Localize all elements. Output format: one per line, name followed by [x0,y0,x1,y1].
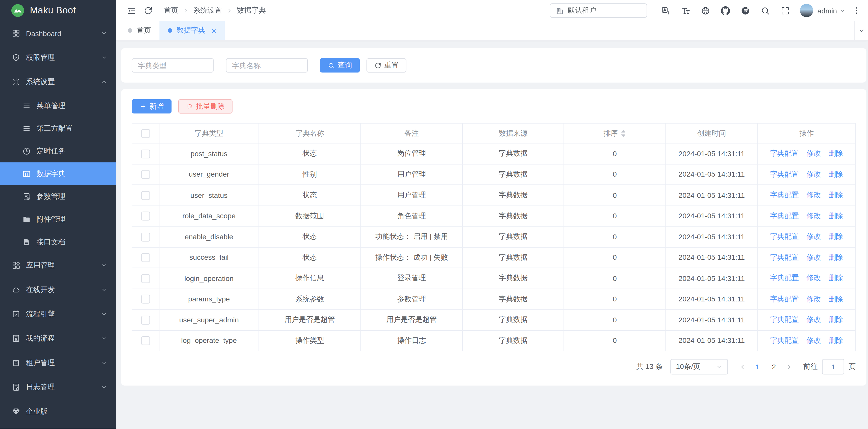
reset-button[interactable]: 重置 [367,58,406,73]
dict-config-link[interactable]: 字典配置 [770,170,799,178]
column-header: 字典类型 [159,123,259,143]
delete-link[interactable]: 删除 [829,232,843,240]
sidebar-item-system[interactable]: 系统设置 [0,70,116,94]
next-page-button[interactable] [782,359,796,374]
breadcrumb: 首页系统设置数据字典 [164,5,266,16]
close-icon[interactable]: × [212,26,216,35]
row-checkbox[interactable] [141,336,150,345]
sidebar-item-online-dev[interactable]: 在线开发 [0,278,116,302]
dict-type-input[interactable] [132,58,214,73]
chevron-down-icon [101,30,107,36]
row-checkbox[interactable] [141,149,150,158]
language-globe-button[interactable] [695,0,715,21]
page-size-select[interactable]: 10条/页 [670,359,728,374]
sidebar-item-permission[interactable]: 权限管理 [0,46,116,70]
sidebar-item-enterprise[interactable]: 企业版 [0,399,116,424]
edit-link[interactable]: 修改 [807,232,821,240]
dict-config-link[interactable]: 字典配置 [770,149,799,158]
page-number-2[interactable]: 2 [767,359,781,374]
gitee-button[interactable] [736,0,755,21]
sidebar-item-tenants[interactable]: 租户管理 [0,351,116,375]
sidebar-item-third-party[interactable]: 第三方配置 [0,117,116,140]
row-checkbox[interactable] [141,295,150,304]
select-all-checkbox[interactable] [141,129,150,138]
edit-link[interactable]: 修改 [807,336,821,344]
delete-link[interactable]: 删除 [829,191,843,199]
batch-delete-button[interactable]: 批量删除 [178,99,232,113]
cell-source: 字典数据 [499,149,528,158]
edit-link[interactable]: 修改 [807,191,821,199]
search-button-query[interactable]: 查询 [320,58,360,73]
row-checkbox[interactable] [141,212,150,221]
sidebar-item-dashboard[interactable]: Dashboard [0,21,116,45]
delete-link[interactable]: 删除 [829,253,843,261]
dict-name-input[interactable] [226,58,308,73]
user-name[interactable]: admin [817,6,837,15]
edit-link[interactable]: 修改 [807,294,821,303]
row-checkbox[interactable] [141,274,150,283]
row-checkbox[interactable] [141,191,150,200]
sidebar-item-data-dict[interactable]: 数据字典 [0,162,116,185]
breadcrumb-item[interactable]: 首页 [164,5,178,16]
refresh-page-button[interactable] [140,0,156,21]
dict-config-link[interactable]: 字典配置 [770,274,799,282]
prev-page-button[interactable] [736,359,749,374]
chevron-right-icon [226,7,232,13]
edit-link[interactable]: 修改 [807,149,821,158]
add-button[interactable]: 新增 [132,99,172,113]
breadcrumb-item[interactable]: 系统设置 [193,5,222,16]
cell-source: 字典数据 [499,336,528,344]
breadcrumb-item[interactable]: 数据字典 [237,5,266,16]
dict-config-link[interactable]: 字典配置 [770,191,799,199]
tab-list-dropdown-button[interactable] [854,21,868,40]
edit-link[interactable]: 修改 [807,315,821,324]
delete-link[interactable]: 删除 [829,274,843,282]
edit-link[interactable]: 修改 [807,253,821,261]
row-checkbox[interactable] [141,170,150,179]
more-menu-button[interactable] [849,0,864,21]
font-size-button[interactable] [676,0,695,21]
tenant-select[interactable]: 默认租户 [549,3,647,18]
sidebar-item-menu-mgmt[interactable]: 菜单管理 [0,94,116,117]
edit-link[interactable]: 修改 [807,170,821,178]
collapse-sidebar-button[interactable] [123,0,140,21]
sidebar-item-logs[interactable]: 日志管理 [0,375,116,399]
dict-config-link[interactable]: 字典配置 [770,336,799,344]
row-checkbox[interactable] [141,232,150,241]
row-checkbox[interactable] [141,253,150,262]
app-logo[interactable]: Maku Boot [0,0,116,21]
delete-link[interactable]: 删除 [829,211,843,220]
delete-link[interactable]: 删除 [829,336,843,344]
dict-config-link[interactable]: 字典配置 [770,294,799,303]
sidebar-item-params[interactable]: 参数管理 [0,185,116,208]
sidebar-item-my-flows[interactable]: 我的流程 [0,326,116,350]
edit-link[interactable]: 修改 [807,211,821,220]
search-button[interactable] [755,0,775,21]
delete-link[interactable]: 删除 [829,315,843,324]
fullscreen-button[interactable] [775,0,795,21]
avatar[interactable] [800,4,813,17]
dict-config-link[interactable]: 字典配置 [770,211,799,220]
github-button[interactable] [715,0,736,21]
translate-button[interactable] [656,0,676,21]
dict-config-link[interactable]: 字典配置 [770,253,799,261]
goto-page-input[interactable] [822,359,844,374]
sidebar-item-workflow[interactable]: 流程引擎 [0,302,116,326]
sidebar-item-scheduled-tasks[interactable]: 定时任务 [0,140,116,163]
dict-config-link[interactable]: 字典配置 [770,315,799,324]
tab-home[interactable]: 首页 [120,21,160,40]
sort-carets[interactable] [621,130,626,137]
sidebar-item-apps[interactable]: 应用管理 [0,253,116,278]
dict-config-link[interactable]: 字典配置 [770,232,799,240]
sidebar-item-attachments[interactable]: 附件管理 [0,208,116,230]
delete-link[interactable]: 删除 [829,149,843,158]
page-number-1[interactable]: 1 [750,359,765,374]
sidebar-item-api-docs[interactable]: 接口文档 [0,230,116,253]
tab-data-dict[interactable]: 数据字典× [159,21,224,40]
edit-link[interactable]: 修改 [807,274,821,282]
delete-link[interactable]: 删除 [829,170,843,178]
row-checkbox[interactable] [141,316,150,324]
goto-label: 前往 [803,362,817,372]
delete-link[interactable]: 删除 [829,294,843,303]
chevron-down-icon[interactable] [839,7,846,14]
